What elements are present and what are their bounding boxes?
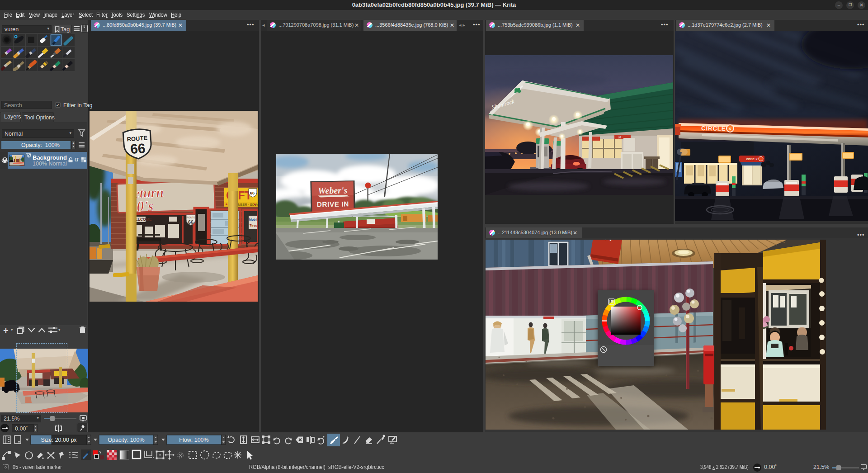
svg-text:Tires: Tires [250, 224, 257, 227]
svg-text:66: 66 [130, 141, 146, 156]
svg-text:66: 66 [188, 219, 193, 225]
svg-text:K: K [729, 127, 732, 131]
svg-text:ROUTE: ROUTE [186, 216, 195, 219]
svg-text:Mobil: Mobil [249, 218, 257, 221]
svg-text:Size: 20.00 px: Size: 20.00 px [41, 437, 77, 443]
svg-text:66: 66 [250, 191, 255, 195]
svg-text:Flow: 100%: Flow: 100% [179, 437, 208, 443]
svg-text:circle k: circle k [746, 157, 758, 161]
svg-text:Opacity: 100%: Opacity: 100% [108, 437, 144, 443]
svg-text:DRIVE IN: DRIVE IN [317, 200, 349, 208]
svg-text:oil: oil [618, 136, 621, 139]
svg-text:Weber's: Weber's [318, 185, 348, 195]
svg-text:CIRCLE: CIRCLE [701, 125, 726, 132]
